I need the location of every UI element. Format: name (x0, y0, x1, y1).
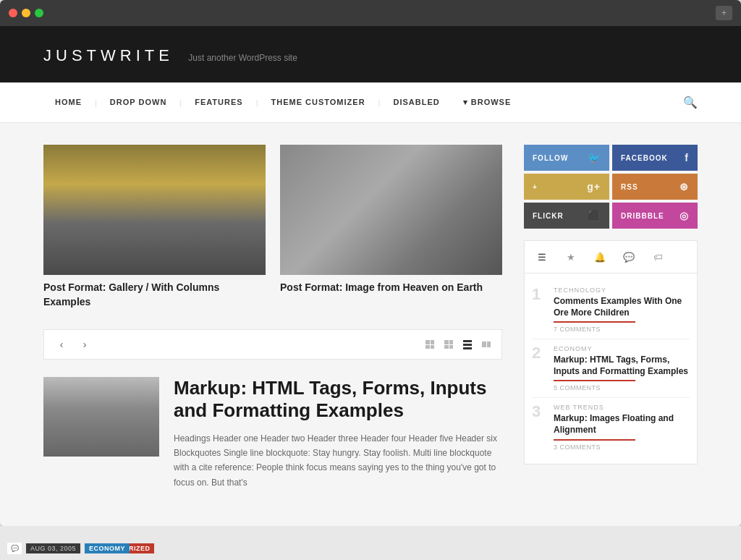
dribbble-button[interactable]: DRIBBBLE ◎ (612, 203, 698, 229)
gplus-icon: g+ (587, 181, 601, 192)
post-1-title[interactable]: Post Format: Gallery / With Columns Exam… (43, 281, 266, 309)
browser-window: + JUSTWRITE Just another WordPress site … (0, 0, 741, 526)
two-col-view-button[interactable] (442, 338, 455, 351)
popular-info-1: TECHNOLOGY Comments Examples With One Or… (554, 287, 690, 333)
gallery-post-2: 💬 AUG 03, 2005 ECONOMY Post Format: Imag… (280, 145, 502, 318)
popular-num-3: 3 (532, 404, 546, 450)
nav-items: HOME | DROP DOWN | FEATURES | THEME CUST… (43, 85, 672, 121)
prev-page-button[interactable]: ‹ (53, 336, 70, 353)
facebook-label: FACEBOOK (621, 154, 668, 162)
popular-posts-list: 1 TECHNOLOGY Comments Examples With One … (525, 273, 697, 464)
tab-comment-icon[interactable]: 💬 (619, 247, 639, 267)
gallery-grid: 💬 AUG 24, 2013 UNCATEGORIZED Post Format… (43, 145, 502, 318)
popular-cat-1: TECHNOLOGY (554, 287, 690, 294)
post-2-image: 💬 AUG 03, 2005 ECONOMY (280, 145, 502, 275)
popular-item-1: 1 TECHNOLOGY Comments Examples With One … (532, 281, 690, 339)
tab-bell-icon[interactable]: 🔔 (590, 247, 610, 267)
follow-label: FOLLOW (533, 154, 568, 162)
nav-features[interactable]: FEATURES (183, 85, 254, 121)
search-icon[interactable]: 🔍 (672, 82, 698, 122)
post-2-title[interactable]: Post Format: Image from Heaven on Earth (280, 281, 502, 295)
nav-dropdown[interactable]: DROP DOWN (98, 85, 178, 121)
popular-comments-1: 7 COMMENTS (554, 326, 690, 333)
twitter-icon: 🐦 (588, 152, 601, 164)
gplus-button[interactable]: + g+ (524, 174, 609, 200)
tab-tag-icon[interactable]: 🏷 (648, 247, 668, 267)
popular-item-3: 3 WEB TRENDS Markup: Images Floating and… (532, 398, 690, 456)
popular-num-1: 1 (532, 287, 546, 333)
rss-label: RSS (621, 183, 638, 191)
popular-title-2[interactable]: Markup: HTML Tags, Forms, Inputs and For… (554, 355, 690, 377)
featured-post-image (43, 377, 159, 457)
rss-button[interactable]: RSS ⊛ (612, 174, 698, 200)
maximize-button[interactable] (35, 9, 43, 17)
next-page-button[interactable]: › (76, 336, 93, 353)
popular-info-3: WEB TRENDS Markup: Images Floating and A… (554, 404, 690, 450)
social-buttons: FOLLOW 🐦 FACEBOOK f + g+ RSS ⊛ FLICKR (524, 145, 698, 229)
popular-comments-2: 5 COMMENTS (554, 384, 690, 391)
popular-title-3[interactable]: Markup: Images Floating and Alignment (554, 413, 690, 436)
compact-view-button[interactable] (480, 338, 493, 351)
flickr-label: FLICKR (533, 212, 564, 220)
nav-home[interactable]: HOME (43, 85, 93, 121)
grid-view-button[interactable] (423, 338, 436, 351)
facebook-button[interactable]: FACEBOOK f (612, 145, 698, 171)
sidebar: FOLLOW 🐦 FACEBOOK f + g+ RSS ⊛ FLICKR (524, 145, 698, 504)
pagination: ‹ › (43, 329, 502, 360)
popular-item-2: 2 ECONOMY Markup: HTML Tags, Forms, Inpu… (532, 339, 690, 398)
gplus-label: + (533, 183, 538, 191)
nav-theme-customizer[interactable]: THEME CUSTOMIZER (260, 85, 377, 121)
popular-bar-1 (554, 321, 635, 323)
flickr-icon: ⬛ (588, 210, 601, 221)
flickr-button[interactable]: FLICKR ⬛ (524, 203, 609, 229)
nav-browse[interactable]: ▾ BROWSE (452, 85, 523, 120)
close-button[interactable] (9, 9, 17, 17)
site-title[interactable]: JUSTWRITE (43, 46, 174, 65)
site-tagline: Just another WordPress site (188, 53, 297, 63)
navigation-bar: HOME | DROP DOWN | FEATURES | THEME CUST… (0, 82, 741, 123)
gallery-post-1: 💬 AUG 24, 2013 UNCATEGORIZED Post Format… (43, 145, 266, 318)
popular-cat-2: ECONOMY (554, 345, 690, 352)
dribbble-icon: ◎ (679, 210, 689, 221)
popular-widget: ☰ ★ 🔔 💬 🏷 1 TECHNOLOGY Comments Examples… (524, 240, 698, 464)
featured-post: Markup: HTML Tags, Forms, Inputs and For… (43, 377, 502, 490)
nav-disabled[interactable]: DISABLED (381, 85, 451, 121)
rss-icon: ⊛ (679, 181, 689, 192)
titlebar: + (0, 0, 741, 26)
popular-comments-3: 3 COMMENTS (554, 444, 690, 451)
tab-star-icon[interactable]: ★ (561, 247, 581, 267)
featured-post-title[interactable]: Markup: HTML Tags, Forms, Inputs and For… (174, 377, 502, 422)
popular-info-2: ECONOMY Markup: HTML Tags, Forms, Inputs… (554, 345, 690, 391)
popular-num-2: 2 (532, 345, 546, 391)
popular-cat-3: WEB TRENDS (554, 404, 690, 411)
featured-post-excerpt: Headings Header one Header two Header th… (174, 431, 502, 491)
widget-tabs-bar: ☰ ★ 🔔 💬 🏷 (525, 241, 697, 273)
facebook-icon: f (685, 152, 689, 164)
new-tab-button[interactable]: + (716, 6, 732, 20)
follow-button[interactable]: FOLLOW 🐦 (524, 145, 609, 171)
post-1-image: 💬 AUG 24, 2013 UNCATEGORIZED (43, 145, 266, 275)
list-view-button[interactable] (461, 338, 474, 351)
popular-title-1[interactable]: Comments Examples With One Ore More Chil… (554, 296, 690, 318)
tab-list-icon[interactable]: ☰ (532, 247, 552, 267)
content-area: 💬 AUG 24, 2013 UNCATEGORIZED Post Format… (0, 123, 741, 526)
dribbble-label: DRIBBBLE (621, 212, 664, 220)
main-content: 💬 AUG 24, 2013 UNCATEGORIZED Post Format… (43, 145, 502, 504)
window-controls (9, 9, 43, 17)
featured-post-text: Markup: HTML Tags, Forms, Inputs and For… (174, 377, 502, 490)
popular-bar-3 (554, 439, 635, 441)
popular-bar-2 (554, 380, 635, 381)
site-header: JUSTWRITE Just another WordPress site (0, 26, 741, 82)
minimize-button[interactable] (22, 9, 30, 17)
